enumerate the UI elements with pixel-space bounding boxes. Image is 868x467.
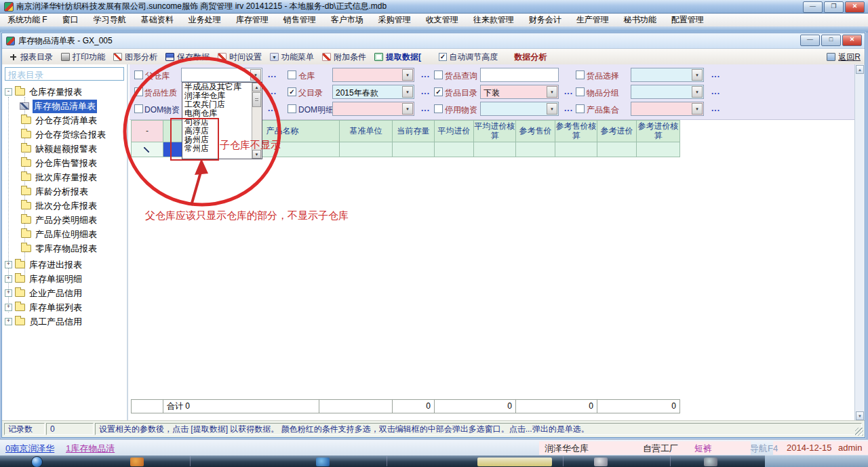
dom-material-more-button[interactable]: ... (268, 104, 277, 113)
taskbar-icon[interactable] (130, 458, 144, 466)
expand-icon[interactable]: + (5, 304, 12, 311)
tree-item[interactable]: 缺额超额报警表 (21, 142, 97, 156)
scroll-up-icon[interactable]: ▲ (252, 83, 261, 92)
warehouse-checkbox[interactable] (288, 70, 296, 79)
goods-query-checkbox[interactable] (434, 70, 443, 79)
goods-catalog-checkbox[interactable] (434, 87, 443, 96)
menu-business[interactable]: 业务处理 (181, 14, 229, 26)
tree-item[interactable]: 批次分仓库报表 (21, 199, 97, 213)
dropdown-arrow-icon[interactable]: ▼ (547, 86, 557, 98)
tree-item[interactable]: 零库存物品报表 (21, 241, 97, 256)
print-button[interactable]: 打印功能 (57, 52, 109, 63)
parent-catalog-more-button[interactable]: ... (421, 87, 430, 96)
close-button[interactable]: ✕ (845, 1, 865, 13)
collapse-icon[interactable]: - (5, 88, 12, 96)
goods-select-more-button[interactable]: ... (711, 70, 720, 79)
taskbar-button[interactable] (765, 455, 868, 467)
tree-item[interactable]: 库龄分析报表 (21, 184, 88, 199)
goods-select-combo[interactable]: ▼ (631, 68, 704, 82)
menu-learning[interactable]: 学习导航 (86, 14, 134, 26)
save-data-button[interactable]: 保存数据 (161, 52, 214, 63)
return-button[interactable]: 返回R (827, 49, 861, 65)
dropdown-arrow-icon[interactable]: ▼ (692, 86, 703, 98)
taskbar-button[interactable] (477, 458, 552, 466)
menu-basic-data[interactable]: 基础资料 (134, 14, 181, 26)
product-set-more-button[interactable]: ... (711, 104, 720, 113)
dropdown-arrow-icon[interactable]: ▼ (547, 103, 557, 115)
menu-payments[interactable]: 收支管理 (418, 14, 466, 26)
expand-icon[interactable]: + (5, 261, 12, 268)
dropdown-option[interactable]: 常州店 (182, 144, 262, 153)
time-settings-button[interactable]: 时间设置 (214, 52, 266, 63)
dropdown-arrow-icon[interactable]: ▼ (692, 69, 703, 81)
parent-catalog-combo[interactable]: 2015年春款▼ (332, 85, 414, 99)
mdi-close-button[interactable]: ✕ (842, 35, 862, 46)
goods-group-combo[interactable]: ▼ (631, 85, 704, 99)
start-button[interactable] (31, 456, 43, 467)
expand-icon[interactable]: + (5, 318, 12, 325)
tree-item[interactable]: +员工产品信用 (5, 314, 82, 329)
dom-detail-more-button[interactable]: ... (421, 104, 430, 113)
dom-material-checkbox[interactable] (134, 104, 143, 113)
dropdown-arrow-icon[interactable]: ▼ (402, 103, 413, 115)
restore-button[interactable]: ❐ (824, 1, 844, 13)
menu-accounts[interactable]: 往来款管理 (466, 14, 521, 26)
scroll-thumb[interactable] (252, 92, 261, 107)
scroll-up-icon[interactable]: ▲ (856, 65, 864, 74)
menu-inventory[interactable]: 库存管理 (229, 14, 276, 26)
goods-catalog-more-button[interactable]: ... (564, 87, 573, 96)
report-search-input[interactable]: 报表目录 (5, 67, 124, 81)
warehouse-more-button[interactable]: ... (421, 70, 430, 79)
dom-detail-checkbox[interactable] (288, 104, 296, 113)
menu-sales[interactable]: 销售管理 (276, 14, 323, 26)
goods-catalog-combo[interactable]: 下装▼ (480, 85, 559, 99)
menu-system[interactable]: 系统功能 F (0, 14, 55, 26)
extra-conditions-button[interactable]: 附加条件 (318, 52, 370, 63)
dom-detail-combo[interactable]: ▼ (332, 102, 414, 116)
disabled-material-more-button[interactable]: ... (564, 104, 573, 113)
parent-warehouse-more-button[interactable]: ... (268, 70, 277, 79)
mdi-maximize-button[interactable]: □ (821, 35, 841, 46)
mdi-minimize-button[interactable]: — (800, 35, 820, 46)
parent-warehouse-combo[interactable]: ▼ (181, 68, 262, 82)
product-set-combo[interactable]: ▼ (631, 102, 704, 116)
goods-query-input[interactable] (480, 68, 559, 82)
menu-purchase[interactable]: 采购管理 (371, 14, 418, 26)
function-menu-button[interactable]: ▼功能菜单 (266, 52, 318, 63)
data-analysis-button[interactable]: 数据分析 (510, 52, 551, 63)
expand-icon[interactable]: + (5, 289, 12, 297)
minimize-button[interactable]: — (803, 1, 823, 13)
chart-analysis-button[interactable]: 图形分析 (109, 52, 161, 63)
tree-item[interactable]: +库存进出报表 (5, 258, 82, 272)
parent-warehouse-checkbox[interactable] (134, 70, 143, 79)
menu-finance[interactable]: 财务会计 (521, 14, 569, 26)
vertical-scrollbar[interactable]: ▲ ▼ (854, 64, 865, 421)
tree-item[interactable]: 分仓库告警报表 (21, 156, 97, 170)
scroll-down-icon[interactable]: ▼ (252, 150, 261, 159)
goods-group-checkbox[interactable] (576, 87, 585, 96)
menu-production[interactable]: 生产管理 (569, 14, 616, 26)
extract-data-button[interactable]: 提取数据[ (370, 52, 425, 63)
tree-item[interactable]: 分仓存货清单表 (21, 113, 97, 127)
dropdown-arrow-icon[interactable]: ▼ (692, 103, 703, 115)
dropdown-scrollbar[interactable]: ▲ ▼ (252, 83, 262, 159)
dropdown-arrow-icon[interactable]: ▼ (402, 86, 413, 98)
dropdown-arrow-icon[interactable]: ▼ (402, 69, 413, 81)
menu-window[interactable]: 窗口 (55, 14, 86, 26)
goods-group-more-button[interactable]: ... (711, 87, 720, 96)
tree-item[interactable]: 产品库位明细表 (21, 227, 97, 241)
scroll-down-icon[interactable]: ▼ (856, 411, 864, 420)
tree-item[interactable]: 批次库存量报表 (21, 170, 97, 184)
goods-nature-checkbox[interactable] (134, 87, 143, 96)
tree-item[interactable]: 分仓存货综合报表 (21, 127, 106, 142)
dropdown-arrow-icon[interactable]: ▼ (250, 69, 261, 81)
expand-icon[interactable]: + (5, 275, 12, 283)
goods-select-checkbox[interactable] (576, 70, 585, 79)
tree-item[interactable]: +企业产品信用 (5, 286, 82, 300)
taskbar-icon[interactable] (704, 458, 717, 466)
menu-customer[interactable]: 客户市场 (323, 14, 371, 26)
tree-item-selected[interactable]: 库存物品清单表 (20, 99, 97, 113)
menu-config[interactable]: 配置管理 (664, 14, 711, 26)
tree-item[interactable]: 产品分类明细表 (21, 213, 97, 227)
report-link[interactable]: 1库存物品清 (66, 443, 115, 455)
